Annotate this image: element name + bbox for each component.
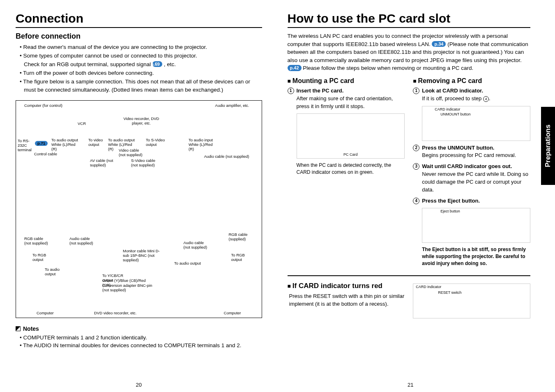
mount-detected-caption: When the PC card is detected correctly, … [297, 162, 405, 176]
page-ref-p42[interactable]: p.42 [288, 65, 302, 71]
dl-audio-cable-ns: Audio cable (not supplied) [204, 154, 249, 159]
dl-computer-control: Computer (for control) [24, 103, 62, 108]
dl-rgb-cable-ns-l: RGB cable (not supplied) [24, 236, 49, 245]
page-ref-p69[interactable]: p.69 [152, 61, 162, 67]
mount-step1-num: 1 [288, 88, 294, 94]
page-number-left: 20 [16, 382, 262, 388]
card-indicator-label-1: CARD indicator [435, 107, 460, 111]
dl-audio-cable-ns2: Audio cable (not supplied) [69, 236, 94, 245]
remove-step3-body: Never remove the PC card while lit. Doin… [422, 171, 530, 194]
circled-4-ref: 4 [483, 96, 489, 102]
dl-audio-cable-ns3: Audio cable (not supplied) [184, 240, 208, 249]
bullet-3: Turn off the power of both devices befor… [20, 69, 262, 77]
remove-step2-title: Press the UNMOUNT button. [422, 144, 530, 152]
eject-button-label: Eject button [440, 209, 460, 213]
remove-step4-num: 4 [413, 198, 419, 204]
dl-video-recorder: Video recorder, DVD player, etc. [123, 116, 160, 125]
remove-step3-num: 3 [413, 163, 419, 170]
pc-card-title: How to use the PC card slot [288, 12, 531, 28]
bullet-4: The figure below is a sample connection.… [20, 78, 262, 95]
remove-step1-body-b: . [489, 95, 491, 101]
remove-step3-title: Wait until CARD indicator goes out. [422, 163, 530, 171]
eject-warning: The Eject button is a bit stiff, so pres… [422, 246, 530, 267]
bullet-2b: Check for an RGB output terminal, suppor… [24, 61, 151, 67]
remove-step4-title: Press the Eject button. [422, 197, 530, 205]
dl-computer-l: Computer [37, 311, 54, 315]
notes-icon [16, 326, 21, 331]
page-ref-p71[interactable]: p.71 [35, 141, 48, 146]
remove-step1-num: 1 [413, 88, 419, 94]
dl-audio-in-wr: To audio input White (L)/Red (R) [189, 138, 217, 151]
dl-av-cable: AV cable (not supplied) [90, 158, 115, 167]
dl-to-audio-out-l: To audio output [45, 267, 61, 276]
connection-title: Connection [16, 12, 262, 28]
dl-conv-adapter: Conversion adapter BNC-pin (not supplied… [102, 283, 156, 292]
connection-diagram: Computer (for control) Audio amplifier, … [16, 100, 262, 318]
dl-audio-amp: Audio amplifier, etc. [215, 103, 249, 108]
intro-c: Please follow the steps below when remov… [303, 65, 473, 71]
dl-rgb-cable-s: RGB cable (supplied) [229, 232, 249, 241]
red-body: Press the RESET switch with a thin pin o… [288, 293, 405, 308]
red-heading: If CARD indicator turns red [288, 282, 405, 290]
remove-step1-body-a: If it is off, proceed to step [422, 95, 481, 101]
bullet-2a: Some types of computer cannot be used or… [23, 53, 197, 59]
bullet-2c: , etc. [164, 61, 176, 67]
dl-svideo-out: To S-Video output [146, 138, 166, 147]
dl-svideo-cable: S-Video cable (not supplied) [131, 158, 160, 167]
bullet-1: Read the owner's manual of the device yo… [20, 43, 262, 51]
before-connection-heading: Before connection [16, 32, 262, 41]
note-2: The AUDIO IN terminal doubles for device… [20, 341, 262, 350]
notes-list: COMPUTER terminals 1 and 2 function iden… [20, 334, 262, 350]
dl-video-out: To video output [88, 138, 104, 147]
notes-heading: Notes [23, 325, 39, 332]
pc-card-intro: The wireless LAN PC card enables you to … [288, 32, 531, 72]
dl-rs232c: To RS-232C terminal [18, 138, 34, 152]
card-indicator-label-2: CARD indicator [416, 285, 441, 289]
remove-step1-body: If it is off, proceed to step 4. [422, 95, 530, 103]
separator [288, 275, 531, 276]
dl-computer-r: Computer [224, 311, 241, 315]
dl-monitor-cable: Monitor cable Mini D-sub 15P-BNC (not su… [123, 249, 164, 262]
dl-vcr: VCR [78, 121, 86, 126]
remove-step1-title: Look at CARD indicator. [422, 87, 530, 95]
red-diagram: CARD indicator RESET switch [413, 284, 530, 318]
unmount-button-label: UNMOUNT button [440, 112, 470, 116]
remove-step2-num: 2 [413, 145, 419, 151]
remove-diagram-2: Eject button [422, 208, 530, 243]
page-ref-p34[interactable]: p.34 [432, 41, 446, 47]
dl-video-cable: Video cable (not supplied) [119, 148, 143, 157]
remove-diagram-1: CARD indicator UNMOUNT button [422, 106, 530, 141]
bullet-2: Some types of computer cannot be used or… [20, 52, 262, 69]
reset-switch-label: RESET switch [438, 291, 461, 295]
before-connection-list: Read the owner's manual of the device yo… [20, 43, 262, 95]
mount-step1-body: After making sure of the card orientatio… [297, 95, 405, 111]
dl-to-rgb-out-r: To RGB output [231, 253, 249, 262]
removing-heading: Removing a PC card [413, 77, 530, 85]
dl-to-rgb-out-l: To RGB output [32, 253, 51, 262]
dl-to-audio-out-r: To audio output [172, 261, 201, 265]
note-1: COMPUTER terminals 1 and 2 function iden… [20, 334, 262, 342]
mount-step1-title: Insert the PC card. [297, 87, 405, 95]
dl-audio-out-wr1: To audio output White (L)/Red (R) [51, 138, 80, 151]
remove-step2-body: Begins processing for PC card removal. [422, 152, 530, 159]
pc-card-label: PC Card [297, 152, 405, 157]
dl-control-cable: Control cable [34, 152, 57, 156]
side-tab-preparations: Preparations [541, 107, 555, 185]
page-number-right: 21 [288, 382, 534, 388]
dl-dvd-recorder: DVD video recorder, etc. [94, 311, 137, 315]
mounting-heading: Mounting a PC card [288, 77, 405, 85]
mount-diagram: PC Card [297, 113, 405, 159]
